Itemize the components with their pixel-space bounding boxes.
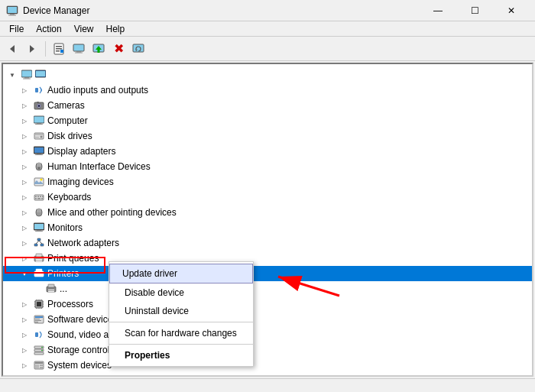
audio-expand-icon: ▷ — [18, 84, 31, 96]
svg-rect-94 — [35, 319, 40, 319]
svg-rect-48 — [40, 196, 41, 198]
network-icon — [33, 237, 45, 249]
menu-bar: File Action View Help — [0, 21, 535, 37]
tree-root[interactable]: ▼ — [3, 67, 532, 83]
toolbar-separator-1 — [45, 41, 46, 57]
print-queues-expand-icon: ▷ — [18, 252, 31, 264]
svg-rect-8 — [56, 48, 62, 50]
ctx-properties[interactable]: Properties — [109, 346, 253, 364]
uninstall-button[interactable]: ✖ — [109, 40, 128, 58]
ctx-update-driver[interactable]: Update driver — [109, 264, 253, 283]
ctx-separator-1 — [109, 322, 253, 322]
back-button[interactable] — [3, 40, 21, 58]
hid-icon — [33, 160, 45, 173]
properties-button[interactable] — [50, 40, 68, 58]
imaging-expand-icon: ▷ — [18, 176, 31, 188]
tree-item-usb[interactable]: ▷ Universal Serial Bus controll... — [3, 373, 532, 375]
computer-label: Computer — [47, 115, 88, 126]
network-label: Network adapters — [47, 238, 119, 248]
svg-rect-13 — [75, 52, 83, 53]
svg-rect-45 — [34, 195, 44, 200]
svg-rect-75 — [48, 284, 54, 287]
tree-item-keyboards[interactable]: ▷ Keyboards — [3, 190, 532, 205]
print-queues-label: Print queues — [47, 253, 99, 264]
svg-rect-104 — [35, 362, 43, 364]
minimize-button[interactable]: — — [420, 0, 456, 21]
ctx-disable-device[interactable]: Disable device — [109, 283, 253, 302]
display-icon — [33, 145, 45, 157]
svg-point-42 — [38, 167, 41, 170]
tree-item-network[interactable]: ▷ Network adapters — [3, 235, 532, 251]
mice-expand-icon: ▷ — [18, 206, 31, 219]
cameras-expand-icon: ▷ — [18, 99, 31, 112]
menu-action[interactable]: Action — [30, 22, 67, 36]
svg-line-64 — [39, 241, 42, 244]
printers-sub-icon — [45, 283, 57, 295]
close-button[interactable]: ✕ — [494, 0, 529, 21]
ctx-scan-changes[interactable]: Scan for hardware changes — [109, 324, 253, 342]
display-label: Display adapters — [47, 146, 115, 157]
svg-rect-106 — [40, 364, 43, 366]
toolbar: ✖ — [0, 37, 535, 61]
svg-rect-77 — [48, 291, 54, 292]
svg-rect-2 — [10, 14, 15, 15]
svg-rect-34 — [35, 137, 39, 138]
tree-item-imaging[interactable]: ▷ Imaging devices — [3, 174, 532, 190]
svg-rect-59 — [35, 231, 43, 232]
tree-item-hid[interactable]: ▷ Human Interface Devices — [3, 159, 532, 174]
svg-rect-71 — [36, 269, 42, 272]
cameras-label: Cameras — [47, 100, 85, 111]
svg-rect-50 — [37, 198, 41, 199]
svg-rect-57 — [34, 224, 44, 229]
tree-item-disk[interactable]: ▷ Disk drives — [3, 128, 532, 144]
svg-rect-30 — [35, 124, 43, 125]
svg-point-33 — [41, 136, 43, 138]
update-driver-toolbar-button[interactable] — [89, 40, 108, 58]
svg-rect-95 — [35, 320, 41, 321]
printers-expand-icon: ▼ — [18, 267, 31, 280]
svg-point-69 — [41, 257, 43, 258]
show-devices-button[interactable] — [70, 40, 88, 58]
scan-hardware-button[interactable] — [129, 40, 148, 58]
software-expand-icon: ▷ — [18, 313, 31, 326]
tree-item-computer[interactable]: ▷ Computer — [3, 113, 532, 128]
maximize-button[interactable]: ☐ — [457, 0, 492, 21]
disk-icon — [33, 130, 45, 142]
computer-icon — [21, 69, 33, 81]
keyboards-icon — [33, 191, 45, 203]
svg-rect-66 — [36, 254, 42, 257]
tree-item-display[interactable]: ▷ Display adapters — [3, 144, 532, 159]
svg-rect-73 — [36, 276, 42, 277]
tree-item-cameras[interactable]: ▷ Cameras — [3, 98, 532, 113]
tree-item-monitors[interactable]: ▷ Monitors — [3, 220, 532, 235]
tree-item-storage[interactable]: ▷ Storage controllers — [3, 342, 532, 358]
tree-item-mice[interactable]: ▷ Mice and other pointing devices — [3, 205, 532, 220]
menu-help[interactable]: Help — [100, 22, 131, 36]
tree-item-print-queues[interactable]: ▷ Print queues — [3, 251, 532, 266]
tree-item-sound[interactable]: ▷ Sound, video and game con... — [3, 327, 532, 342]
tree-item-processors[interactable]: ▷ Proces — [3, 296, 532, 312]
svg-rect-46 — [35, 196, 37, 198]
app-icon — [6, 5, 18, 17]
menu-file[interactable]: File — [3, 22, 30, 36]
svg-line-63 — [36, 241, 39, 244]
forward-button[interactable] — [23, 40, 41, 58]
svg-rect-93 — [35, 316, 43, 318]
tree-item-printers-sub[interactable]: ... — [3, 281, 532, 296]
svg-rect-7 — [56, 46, 62, 47]
tree-item-audio[interactable]: ▷ Audio inputs and outputs — [3, 83, 532, 98]
tree-item-system[interactable]: ▷ System devices — [3, 358, 532, 373]
tree-item-printers[interactable]: ▼ Printers — [3, 266, 532, 281]
tree-item-software[interactable]: ▷ Software devices — [3, 312, 532, 327]
svg-point-26 — [38, 105, 41, 107]
svg-rect-36 — [34, 147, 44, 153]
svg-rect-29 — [37, 123, 41, 124]
svg-rect-100 — [34, 352, 44, 355]
svg-rect-47 — [37, 196, 39, 198]
ctx-uninstall-device[interactable]: Uninstall device — [109, 302, 253, 320]
audio-label: Audio inputs and outputs — [47, 85, 148, 96]
svg-rect-12 — [76, 51, 81, 53]
menu-view[interactable]: View — [68, 22, 100, 36]
print-queues-icon — [33, 252, 45, 264]
device-tree[interactable]: ▼ ▷ — [3, 64, 532, 375]
